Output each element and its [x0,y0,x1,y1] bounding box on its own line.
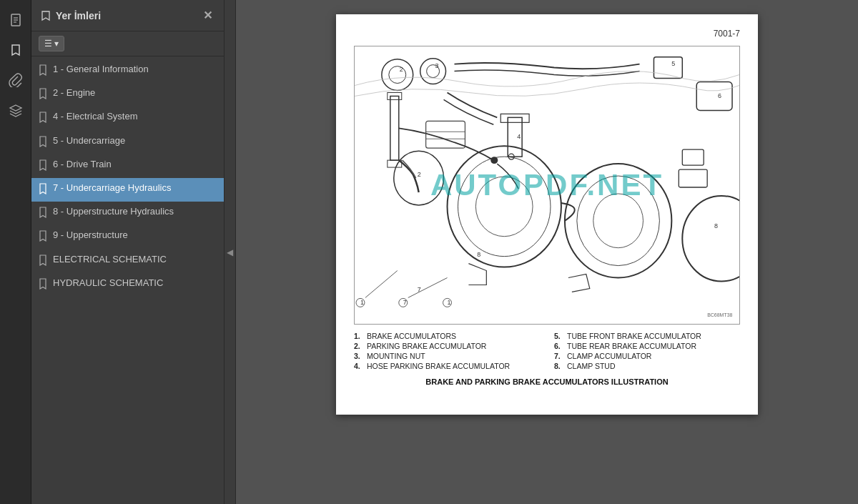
sidebar-panel: Yer İmleri ✕ ☰ ▾ 1 - General Information… [31,0,225,504]
bookmark-glyph [39,183,47,197]
sidebar-item-label: 7 - Undercarriage Hydraulics [53,182,215,194]
svg-text:BC68MT38: BC68MT38 [707,312,732,317]
sidebar-item-label: 1 - General Information [53,64,215,76]
svg-point-45 [490,157,498,164]
svg-text:2: 2 [400,66,403,73]
sidebar-item-item-8[interactable]: 8 - Upperstructure Hydraulics [31,202,224,225]
sidebar-item-item-9[interactable]: 9 - Upperstructure [31,225,224,249]
sidebar-collapse-button[interactable]: ◀ [225,0,236,504]
sidebar-close-button[interactable]: ✕ [200,7,215,24]
page-number: 7001-7 [354,29,740,39]
svg-text:5: 5 [671,60,675,67]
svg-rect-4 [355,50,739,321]
sidebar-title: Yer İmleri [56,10,101,21]
legend-item: 5.TUBE FRONT BRAKE ACCUMULATOR [554,332,740,340]
svg-text:2: 2 [418,171,421,178]
legend-item: 7.CLAMP ACCUMULATOR [554,352,740,360]
legend-item: 6.TUBE REAR BRAKE ACCUMULATOR [554,342,740,350]
sidebar-item-label: 8 - Upperstructure Hydraulics [53,206,215,218]
svg-text:8: 8 [714,222,718,229]
svg-text:4: 4 [517,133,521,140]
legend-item: 8.CLAMP STUD [554,362,740,370]
main-content: 7001-7 2 3 5 [236,0,858,504]
view-options-button[interactable]: ☰ ▾ [39,36,64,51]
svg-text:7: 7 [403,299,407,306]
sidebar-item-label: 2 - Engine [53,87,215,99]
sidebar-item-item-1[interactable]: 1 - General Information [31,59,224,83]
attachment-icon[interactable] [3,67,29,93]
bookmark-glyph [39,88,47,102]
illustration-svg: 2 3 5 6 [355,46,739,324]
sidebar-toolbar: ☰ ▾ [31,31,224,56]
legend-item: 4.HOSE PARKING BRAKE ACCUMULATOR [354,362,540,370]
bookmark-glyph [39,278,47,292]
sidebar-item-item-4[interactable]: 4 - Electrical System [31,107,224,130]
svg-text:3: 3 [435,62,439,69]
sidebar-item-item-6[interactable]: 6 - Drive Train [31,154,224,178]
legend-area: 1.BRAKE ACCUMULATORS5.TUBE FRONT BRAKE A… [354,332,740,370]
legend-item: 3.MOUNTING NUT [354,352,540,360]
bookmark-glyph [39,255,47,269]
page-view-icon[interactable] [3,7,29,33]
sidebar-item-label: HYDRAULIC SCHEMATIC [53,277,215,290]
sidebar-item-label: 4 - Electrical System [53,111,215,123]
svg-text:6: 6 [718,92,721,99]
bookmark-list: 1 - General Information 2 - Engine 4 - E… [31,56,224,504]
bookmark-glyph [39,64,47,79]
svg-text:8: 8 [477,251,480,258]
bookmark-panel-icon[interactable] [3,37,29,63]
legend-item: 2.PARKING BRAKE ACCUMULATOR [354,342,540,350]
bookmark-glyph [39,159,47,174]
technical-illustration: 2 3 5 6 [354,46,740,325]
sidebar-header: Yer İmleri ✕ [31,0,224,31]
sidebar-item-label: 6 - Drive Train [53,159,215,171]
sidebar-item-item-hyd[interactable]: HYDRAULIC SCHEMATIC [31,273,224,297]
sidebar-item-item-2[interactable]: 2 - Engine [31,83,224,107]
sidebar-header-icon [40,10,51,21]
bookmark-glyph [39,230,47,244]
document-page: 7001-7 2 3 5 [336,14,758,415]
svg-text:1: 1 [360,299,364,306]
sidebar-item-label: 9 - Upperstructure [53,229,215,242]
layers-icon[interactable] [3,97,29,123]
sidebar-item-item-elec[interactable]: ELECTRICAL SCHEMATIC [31,249,224,273]
sidebar-item-item-7[interactable]: 7 - Undercarriage Hydraulics [31,178,224,202]
legend-item: 1.BRAKE ACCUMULATORS [354,332,540,340]
svg-text:1: 1 [448,299,451,306]
bookmark-glyph [39,136,47,150]
icon-bar [0,0,31,504]
sidebar-item-item-5[interactable]: 5 - Undercarriage [31,131,224,154]
bookmark-glyph [39,112,47,126]
bookmark-glyph [39,207,47,221]
illustration-caption: BRAKE AND PARKING BRAKE ACCUMULATORS ILL… [354,377,740,386]
sidebar-item-label: 5 - Undercarriage [53,135,215,147]
sidebar-item-label: ELECTRICAL SCHEMATIC [53,254,215,266]
